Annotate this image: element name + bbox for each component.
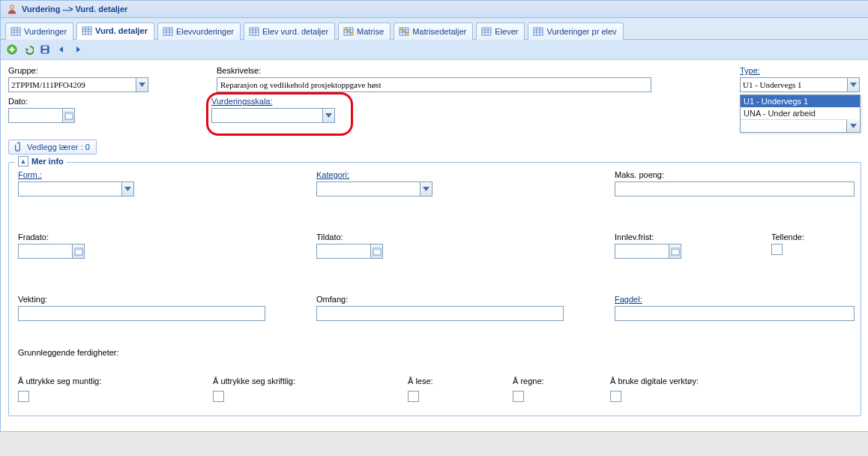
tab-elev-vurd-detaljer[interactable]: Elev vurd. detaljer [244,22,335,40]
ferd-digital-checkbox[interactable] [610,391,621,402]
ferd-muntlig-checkbox[interactable] [18,391,29,402]
ferd-skriftlig-checkbox[interactable] [213,391,224,402]
calendar-icon[interactable] [72,244,85,259]
ferd-lese-checkbox[interactable] [408,391,419,402]
grid-color-icon [343,26,354,37]
kategori-input[interactable] [316,182,420,196]
undo-button[interactable] [22,43,35,56]
fradato-input[interactable] [18,244,72,259]
gruppe-combo[interactable] [8,77,155,92]
grid-color-icon [399,26,409,37]
tabstrip: Vurderinger Vurd. detaljer Elevvurdering… [1,18,868,40]
svg-rect-42 [534,28,543,35]
tab-label: Matrisedetaljer [412,27,466,36]
chevron-down-icon[interactable] [121,182,134,196]
fradato-field[interactable] [18,244,295,259]
dato-input[interactable] [8,108,62,123]
calendar-icon[interactable] [62,108,75,123]
ferd-digital-label: Å bruke digitale verktøy: [610,376,852,386]
vekting-input[interactable] [18,306,265,321]
innlev-frist-field[interactable] [615,244,681,259]
tab-elevvurderinger[interactable]: Elevvurderinger [157,22,241,40]
type-dropdown[interactable]: U1 - Undervegs 1 UNA - Under arbeid [740,94,861,133]
collapse-icon[interactable]: ▲ [18,156,28,166]
innlev-frist-label: Innlev.frist: [615,232,681,242]
vurderingsskala-label[interactable]: Vurderingsskala: [211,97,335,106]
grid-icon [249,26,259,37]
tab-matrise[interactable]: Matrise [338,22,391,40]
window-title: Vurdering --> Vurd. detaljer [22,4,127,14]
tildato-field[interactable] [316,244,594,259]
tab-label: Vurd. detaljer [95,26,148,35]
tab-label: Vurderinger pr elev [546,27,616,36]
innlev-frist-input[interactable] [615,244,669,259]
vedlegg-button[interactable]: Vedlegg lærer : 0 [8,140,97,154]
calendar-icon[interactable] [669,244,681,259]
svg-rect-11 [163,28,172,35]
svg-rect-1 [11,28,20,35]
svg-rect-58 [672,248,679,250]
chevron-down-icon[interactable] [136,77,148,92]
type-option[interactable]: U1 - Undervegs 1 [741,95,860,107]
grid-icon [163,26,173,37]
fagdel-label[interactable]: Fagdel: [615,295,855,304]
tildato-input[interactable] [316,244,370,259]
tab-elever[interactable]: Elever [476,22,525,40]
calendar-icon[interactable] [370,244,383,259]
vurderingsskala-combo[interactable] [211,108,335,123]
type-input[interactable] [740,77,847,92]
svg-rect-37 [482,28,491,35]
ferd-regne-label: Å regne: [513,376,610,386]
tab-label: Matrise [357,27,384,36]
tab-label: Vurderinger [24,27,67,36]
save-button[interactable] [38,43,52,56]
tab-vurd-detaljer[interactable]: Vurd. detaljer [76,22,154,40]
tab-label: Elevvurderinger [176,27,234,36]
type-label[interactable]: Type: [740,66,860,75]
omfang-label: Omfang: [316,295,594,304]
tellende-checkbox[interactable] [771,244,783,255]
ferd-lese-label: Å lese: [408,376,513,386]
next-button[interactable] [71,43,85,56]
ferd-regne-checkbox[interactable] [513,391,524,402]
maks-poeng-input[interactable] [615,182,855,196]
gruppe-label: Gruppe: [8,66,155,75]
gruppe-input[interactable] [8,77,136,92]
chevron-down-icon[interactable] [420,182,433,196]
new-button[interactable] [5,43,19,56]
svg-rect-54 [75,248,82,250]
chevron-down-icon[interactable] [847,77,860,92]
beskrivelse-input[interactable] [217,77,651,92]
ferd-skriftlig-label: Å uttrykke seg skriftlig: [213,376,408,386]
type-combo[interactable] [740,77,860,92]
svg-point-0 [10,5,13,9]
vekting-label: Vekting: [18,295,295,304]
attachment-icon [15,142,24,152]
dato-field[interactable] [8,108,75,123]
svg-rect-16 [250,28,259,35]
tildato-label: Tildato: [316,232,594,242]
svg-rect-52 [65,112,73,115]
chevron-down-icon[interactable] [846,119,860,132]
svg-rect-32 [406,32,409,35]
dato-label: Dato: [8,97,75,106]
form-combo[interactable] [18,182,295,196]
prev-button[interactable] [55,43,68,56]
tab-vurderinger-pr-elev[interactable]: Vurderinger pr elev [528,22,623,40]
kategori-combo[interactable] [316,182,594,196]
form-input[interactable] [18,182,121,196]
type-option[interactable]: UNA - Under arbeid [741,107,860,119]
omfang-input[interactable] [316,306,564,321]
tab-vurderinger[interactable]: Vurderinger [5,22,73,40]
svg-rect-6 [82,27,91,34]
tab-matrisedetaljer[interactable]: Matrisedetaljer [394,22,473,40]
vurderingsskala-input[interactable] [211,108,322,123]
fradato-label: Fradato: [18,232,295,242]
svg-rect-24 [350,32,353,35]
svg-rect-56 [373,248,381,250]
form-label[interactable]: Form.: [18,170,295,179]
kategori-label[interactable]: Kategori: [316,170,594,179]
fagdel-input[interactable] [615,306,855,321]
maks-poeng-label: Maks. poeng: [615,170,855,179]
chevron-down-icon[interactable] [322,108,335,123]
